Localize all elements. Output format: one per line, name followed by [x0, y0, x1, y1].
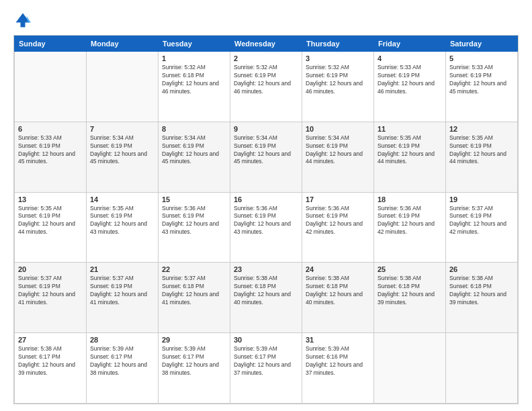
calendar-cell: 14Sunrise: 5:35 AM Sunset: 6:19 PM Dayli…	[87, 192, 159, 263]
calendar-cell: 22Sunrise: 5:37 AM Sunset: 6:18 PM Dayli…	[159, 263, 230, 333]
day-number: 29	[162, 336, 226, 344]
header-monday: Monday	[87, 36, 159, 52]
calendar-cell: 3Sunrise: 5:32 AM Sunset: 6:19 PM Daylig…	[302, 52, 374, 122]
calendar-cell: 16Sunrise: 5:36 AM Sunset: 6:19 PM Dayli…	[230, 192, 302, 263]
day-info: Sunrise: 5:34 AM Sunset: 6:19 PM Dayligh…	[90, 134, 154, 167]
day-info: Sunrise: 5:35 AM Sunset: 6:19 PM Dayligh…	[449, 134, 514, 167]
day-info: Sunrise: 5:38 AM Sunset: 6:18 PM Dayligh…	[449, 275, 514, 307]
day-number: 14	[90, 195, 154, 203]
day-number: 27	[18, 336, 83, 344]
day-number: 4	[378, 54, 442, 62]
logo	[13, 11, 35, 30]
day-number: 8	[162, 125, 226, 133]
day-number: 10	[306, 125, 370, 133]
day-info: Sunrise: 5:33 AM Sunset: 6:19 PM Dayligh…	[449, 64, 514, 96]
day-number: 12	[449, 125, 514, 133]
day-number: 17	[306, 195, 370, 203]
day-info: Sunrise: 5:37 AM Sunset: 6:18 PM Dayligh…	[162, 275, 226, 307]
calendar-cell: 13Sunrise: 5:35 AM Sunset: 6:19 PM Dayli…	[15, 192, 87, 263]
day-info: Sunrise: 5:36 AM Sunset: 6:19 PM Dayligh…	[378, 205, 442, 237]
header-thursday: Thursday	[302, 36, 374, 52]
header-friday: Friday	[374, 36, 446, 52]
day-info: Sunrise: 5:39 AM Sunset: 6:17 PM Dayligh…	[234, 345, 298, 377]
day-number: 2	[234, 54, 298, 62]
calendar-cell: 19Sunrise: 5:37 AM Sunset: 6:19 PM Dayli…	[446, 192, 518, 263]
calendar-cell: 12Sunrise: 5:35 AM Sunset: 6:19 PM Dayli…	[446, 122, 518, 192]
calendar-header-row: Sunday Monday Tuesday Wednesday Thursday…	[15, 36, 518, 52]
day-number: 11	[378, 125, 442, 133]
calendar-cell: 26Sunrise: 5:38 AM Sunset: 6:18 PM Dayli…	[446, 263, 518, 333]
day-info: Sunrise: 5:39 AM Sunset: 6:17 PM Dayligh…	[162, 345, 226, 377]
header-saturday: Saturday	[446, 36, 518, 52]
day-info: Sunrise: 5:39 AM Sunset: 6:16 PM Dayligh…	[306, 345, 370, 377]
day-info: Sunrise: 5:36 AM Sunset: 6:19 PM Dayligh…	[162, 205, 226, 237]
calendar-cell: 21Sunrise: 5:37 AM Sunset: 6:19 PM Dayli…	[87, 263, 159, 333]
day-info: Sunrise: 5:32 AM Sunset: 6:19 PM Dayligh…	[234, 64, 298, 96]
calendar-cell: 24Sunrise: 5:38 AM Sunset: 6:18 PM Dayli…	[302, 263, 374, 333]
calendar-cell: 6Sunrise: 5:33 AM Sunset: 6:19 PM Daylig…	[15, 122, 87, 192]
calendar-week-row: 20Sunrise: 5:37 AM Sunset: 6:19 PM Dayli…	[15, 263, 518, 333]
calendar-cell: 30Sunrise: 5:39 AM Sunset: 6:17 PM Dayli…	[230, 333, 302, 404]
calendar-cell: 25Sunrise: 5:38 AM Sunset: 6:18 PM Dayli…	[374, 263, 446, 333]
header-tuesday: Tuesday	[159, 36, 230, 52]
day-info: Sunrise: 5:33 AM Sunset: 6:19 PM Dayligh…	[18, 134, 83, 167]
calendar-week-row: 27Sunrise: 5:38 AM Sunset: 6:17 PM Dayli…	[15, 333, 518, 404]
calendar-week-row: 6Sunrise: 5:33 AM Sunset: 6:19 PM Daylig…	[15, 122, 518, 192]
calendar-cell: 15Sunrise: 5:36 AM Sunset: 6:19 PM Dayli…	[159, 192, 230, 263]
calendar-cell	[15, 52, 87, 122]
calendar-cell: 9Sunrise: 5:34 AM Sunset: 6:19 PM Daylig…	[230, 122, 302, 192]
day-info: Sunrise: 5:37 AM Sunset: 6:19 PM Dayligh…	[449, 205, 514, 237]
header-wednesday: Wednesday	[230, 36, 302, 52]
header-sunday: Sunday	[15, 36, 87, 52]
calendar: Sunday Monday Tuesday Wednesday Thursday…	[13, 35, 519, 404]
day-info: Sunrise: 5:33 AM Sunset: 6:19 PM Dayligh…	[378, 64, 442, 96]
day-number: 16	[234, 195, 298, 203]
day-info: Sunrise: 5:35 AM Sunset: 6:19 PM Dayligh…	[378, 134, 442, 167]
day-info: Sunrise: 5:38 AM Sunset: 6:18 PM Dayligh…	[234, 275, 298, 307]
day-info: Sunrise: 5:37 AM Sunset: 6:19 PM Dayligh…	[18, 275, 83, 307]
calendar-cell: 5Sunrise: 5:33 AM Sunset: 6:19 PM Daylig…	[446, 52, 518, 122]
calendar-cell: 17Sunrise: 5:36 AM Sunset: 6:19 PM Dayli…	[302, 192, 374, 263]
day-number: 15	[162, 195, 226, 203]
calendar-cell: 29Sunrise: 5:39 AM Sunset: 6:17 PM Dayli…	[159, 333, 230, 404]
logo-icon	[13, 11, 32, 30]
day-number: 1	[162, 54, 226, 62]
day-number: 24	[306, 265, 370, 273]
calendar-cell	[446, 333, 518, 404]
day-number: 31	[306, 336, 370, 344]
day-info: Sunrise: 5:35 AM Sunset: 6:19 PM Dayligh…	[90, 205, 154, 237]
calendar-cell	[87, 52, 159, 122]
day-number: 25	[378, 265, 442, 273]
day-number: 20	[18, 265, 83, 273]
day-info: Sunrise: 5:32 AM Sunset: 6:19 PM Dayligh…	[306, 64, 370, 96]
day-info: Sunrise: 5:37 AM Sunset: 6:19 PM Dayligh…	[90, 275, 154, 307]
day-info: Sunrise: 5:34 AM Sunset: 6:19 PM Dayligh…	[162, 134, 226, 167]
day-number: 21	[90, 265, 154, 273]
day-number: 5	[449, 54, 514, 62]
day-number: 19	[449, 195, 514, 203]
day-number: 26	[449, 265, 514, 273]
calendar-week-row: 13Sunrise: 5:35 AM Sunset: 6:19 PM Dayli…	[15, 192, 518, 263]
calendar-week-row: 1Sunrise: 5:32 AM Sunset: 6:18 PM Daylig…	[15, 52, 518, 122]
day-number: 7	[90, 125, 154, 133]
calendar-cell: 23Sunrise: 5:38 AM Sunset: 6:18 PM Dayli…	[230, 263, 302, 333]
calendar-cell: 8Sunrise: 5:34 AM Sunset: 6:19 PM Daylig…	[159, 122, 230, 192]
day-number: 13	[18, 195, 83, 203]
day-info: Sunrise: 5:39 AM Sunset: 6:17 PM Dayligh…	[90, 345, 154, 377]
day-info: Sunrise: 5:32 AM Sunset: 6:18 PM Dayligh…	[162, 64, 226, 96]
day-number: 23	[234, 265, 298, 273]
calendar-cell: 10Sunrise: 5:34 AM Sunset: 6:19 PM Dayli…	[302, 122, 374, 192]
calendar-cell: 4Sunrise: 5:33 AM Sunset: 6:19 PM Daylig…	[374, 52, 446, 122]
day-number: 3	[306, 54, 370, 62]
day-info: Sunrise: 5:34 AM Sunset: 6:19 PM Dayligh…	[306, 134, 370, 167]
day-info: Sunrise: 5:38 AM Sunset: 6:17 PM Dayligh…	[18, 345, 83, 377]
day-number: 18	[378, 195, 442, 203]
calendar-cell: 20Sunrise: 5:37 AM Sunset: 6:19 PM Dayli…	[15, 263, 87, 333]
calendar-cell: 28Sunrise: 5:39 AM Sunset: 6:17 PM Dayli…	[87, 333, 159, 404]
calendar-cell: 11Sunrise: 5:35 AM Sunset: 6:19 PM Dayli…	[374, 122, 446, 192]
day-info: Sunrise: 5:34 AM Sunset: 6:19 PM Dayligh…	[234, 134, 298, 167]
day-number: 28	[90, 336, 154, 344]
calendar-cell: 1Sunrise: 5:32 AM Sunset: 6:18 PM Daylig…	[159, 52, 230, 122]
calendar-cell: 27Sunrise: 5:38 AM Sunset: 6:17 PM Dayli…	[15, 333, 87, 404]
calendar-cell	[374, 333, 446, 404]
